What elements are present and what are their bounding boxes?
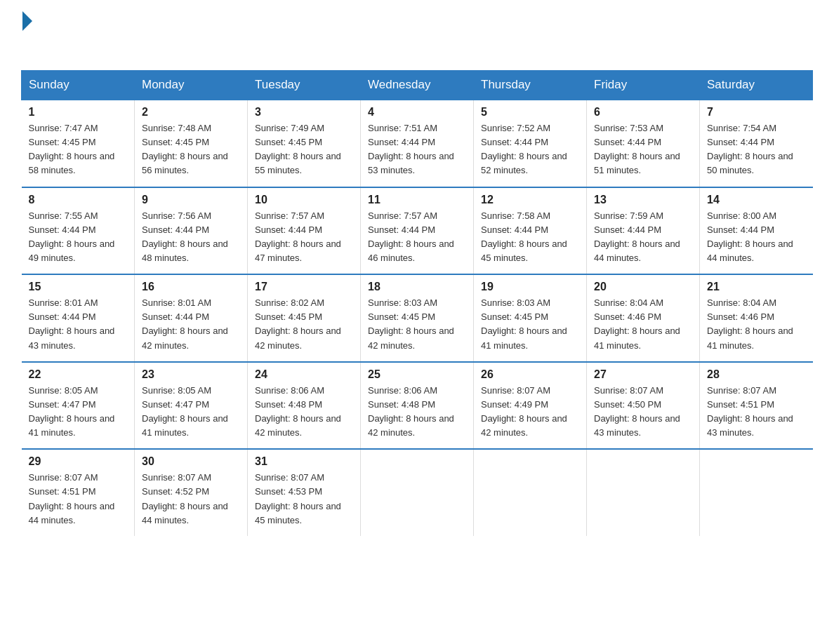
day-info: Sunrise: 7:57 AMSunset: 4:44 PMDaylight:… (368, 209, 466, 266)
day-info: Sunrise: 8:06 AMSunset: 4:48 PMDaylight:… (368, 384, 466, 441)
day-cell: 1 Sunrise: 7:47 AMSunset: 4:45 PMDayligh… (22, 100, 135, 187)
day-cell: 12 Sunrise: 7:58 AMSunset: 4:44 PMDaylig… (474, 187, 587, 275)
day-number: 31 (255, 455, 353, 468)
day-info: Sunrise: 8:01 AMSunset: 4:44 PMDaylight:… (142, 296, 240, 353)
day-number: 22 (29, 368, 128, 381)
day-cell: 23 Sunrise: 8:05 AMSunset: 4:47 PMDaylig… (135, 362, 248, 450)
day-info: Sunrise: 7:53 AMSunset: 4:44 PMDaylight:… (594, 121, 692, 178)
day-number: 28 (707, 368, 806, 381)
day-info: Sunrise: 8:04 AMSunset: 4:46 PMDaylight:… (594, 296, 692, 353)
day-cell: 6 Sunrise: 7:53 AMSunset: 4:44 PMDayligh… (587, 100, 700, 187)
day-cell: 5 Sunrise: 7:52 AMSunset: 4:44 PMDayligh… (474, 100, 587, 187)
day-cell: 2 Sunrise: 7:48 AMSunset: 4:45 PMDayligh… (135, 100, 248, 187)
day-info: Sunrise: 7:48 AMSunset: 4:45 PMDaylight:… (142, 121, 240, 178)
day-number: 27 (594, 368, 692, 381)
day-info: Sunrise: 8:07 AMSunset: 4:50 PMDaylight:… (594, 384, 692, 441)
day-cell: 25 Sunrise: 8:06 AMSunset: 4:48 PMDaylig… (361, 362, 474, 450)
day-info: Sunrise: 8:07 AMSunset: 4:51 PMDaylight:… (29, 471, 128, 528)
week-row-4: 22 Sunrise: 8:05 AMSunset: 4:47 PMDaylig… (22, 362, 813, 450)
day-info: Sunrise: 7:54 AMSunset: 4:44 PMDaylight:… (707, 121, 806, 178)
day-info: Sunrise: 7:51 AMSunset: 4:44 PMDaylight:… (368, 121, 466, 178)
day-info: Sunrise: 8:02 AMSunset: 4:45 PMDaylight:… (255, 296, 353, 353)
day-info: Sunrise: 8:05 AMSunset: 4:47 PMDaylight:… (142, 384, 240, 441)
day-info: Sunrise: 8:04 AMSunset: 4:46 PMDaylight:… (707, 296, 806, 353)
logo-arrow-icon (22, 11, 32, 31)
day-number: 29 (29, 455, 128, 468)
day-cell: 17 Sunrise: 8:02 AMSunset: 4:45 PMDaylig… (248, 274, 361, 362)
header-cell-thursday: Thursday (474, 71, 587, 100)
logo (21, 14, 32, 56)
day-cell (361, 449, 474, 536)
day-cell: 9 Sunrise: 7:56 AMSunset: 4:44 PMDayligh… (135, 187, 248, 275)
day-info: Sunrise: 8:01 AMSunset: 4:44 PMDaylight:… (29, 296, 128, 353)
day-info: Sunrise: 7:59 AMSunset: 4:44 PMDaylight:… (594, 209, 692, 266)
day-number: 5 (481, 106, 579, 119)
day-cell: 30 Sunrise: 8:07 AMSunset: 4:52 PMDaylig… (135, 449, 248, 536)
day-cell: 20 Sunrise: 8:04 AMSunset: 4:46 PMDaylig… (587, 274, 700, 362)
day-cell: 3 Sunrise: 7:49 AMSunset: 4:45 PMDayligh… (248, 100, 361, 187)
week-row-3: 15 Sunrise: 8:01 AMSunset: 4:44 PMDaylig… (22, 274, 813, 362)
day-number: 11 (368, 194, 466, 206)
day-info: Sunrise: 8:07 AMSunset: 4:51 PMDaylight:… (707, 384, 806, 441)
day-info: Sunrise: 8:05 AMSunset: 4:47 PMDaylight:… (29, 384, 128, 441)
day-number: 1 (29, 106, 128, 119)
day-number: 9 (142, 194, 240, 206)
day-cell: 22 Sunrise: 8:05 AMSunset: 4:47 PMDaylig… (22, 362, 135, 450)
day-info: Sunrise: 7:58 AMSunset: 4:44 PMDaylight:… (481, 209, 579, 266)
day-cell: 26 Sunrise: 8:07 AMSunset: 4:49 PMDaylig… (474, 362, 587, 450)
day-number: 23 (142, 368, 240, 381)
day-cell: 21 Sunrise: 8:04 AMSunset: 4:46 PMDaylig… (700, 274, 813, 362)
header-cell-tuesday: Tuesday (248, 71, 361, 100)
day-cell: 4 Sunrise: 7:51 AMSunset: 4:44 PMDayligh… (361, 100, 474, 187)
day-number: 15 (29, 281, 128, 293)
day-cell: 16 Sunrise: 8:01 AMSunset: 4:44 PMDaylig… (135, 274, 248, 362)
day-info: Sunrise: 7:56 AMSunset: 4:44 PMDaylight:… (142, 209, 240, 266)
day-cell: 31 Sunrise: 8:07 AMSunset: 4:53 PMDaylig… (248, 449, 361, 536)
day-info: Sunrise: 7:57 AMSunset: 4:44 PMDaylight:… (255, 209, 353, 266)
day-number: 6 (594, 106, 692, 119)
day-number: 4 (368, 106, 466, 119)
day-cell: 11 Sunrise: 7:57 AMSunset: 4:44 PMDaylig… (361, 187, 474, 275)
day-info: Sunrise: 8:03 AMSunset: 4:45 PMDaylight:… (368, 296, 466, 353)
day-cell: 18 Sunrise: 8:03 AMSunset: 4:45 PMDaylig… (361, 274, 474, 362)
day-cell: 7 Sunrise: 7:54 AMSunset: 4:44 PMDayligh… (700, 100, 813, 187)
week-row-1: 1 Sunrise: 7:47 AMSunset: 4:45 PMDayligh… (22, 100, 813, 187)
day-number: 25 (368, 368, 466, 381)
day-number: 17 (255, 281, 353, 293)
day-number: 3 (255, 106, 353, 119)
header-cell-sunday: Sunday (22, 71, 135, 100)
day-cell (474, 449, 587, 536)
header-cell-friday: Friday (587, 71, 700, 100)
header-cell-wednesday: Wednesday (361, 71, 474, 100)
page-header (21, 14, 813, 56)
day-cell: 24 Sunrise: 8:06 AMSunset: 4:48 PMDaylig… (248, 362, 361, 450)
week-row-2: 8 Sunrise: 7:55 AMSunset: 4:44 PMDayligh… (22, 187, 813, 275)
day-cell: 15 Sunrise: 8:01 AMSunset: 4:44 PMDaylig… (22, 274, 135, 362)
calendar-body: 1 Sunrise: 7:47 AMSunset: 4:45 PMDayligh… (22, 100, 813, 536)
day-number: 21 (707, 281, 806, 293)
day-cell (587, 449, 700, 536)
day-info: Sunrise: 7:49 AMSunset: 4:45 PMDaylight:… (255, 121, 353, 178)
day-info: Sunrise: 8:03 AMSunset: 4:45 PMDaylight:… (481, 296, 579, 353)
day-number: 14 (707, 194, 806, 206)
day-cell: 27 Sunrise: 8:07 AMSunset: 4:50 PMDaylig… (587, 362, 700, 450)
calendar-header-row: SundayMondayTuesdayWednesdayThursdayFrid… (22, 71, 813, 100)
day-cell: 10 Sunrise: 7:57 AMSunset: 4:44 PMDaylig… (248, 187, 361, 275)
day-number: 13 (594, 194, 692, 206)
day-info: Sunrise: 8:07 AMSunset: 4:49 PMDaylight:… (481, 384, 579, 441)
day-cell: 19 Sunrise: 8:03 AMSunset: 4:45 PMDaylig… (474, 274, 587, 362)
day-number: 8 (29, 194, 128, 206)
day-cell: 29 Sunrise: 8:07 AMSunset: 4:51 PMDaylig… (22, 449, 135, 536)
day-cell: 14 Sunrise: 8:00 AMSunset: 4:44 PMDaylig… (700, 187, 813, 275)
day-number: 16 (142, 281, 240, 293)
day-number: 30 (142, 455, 240, 468)
day-info: Sunrise: 7:52 AMSunset: 4:44 PMDaylight:… (481, 121, 579, 178)
day-cell (700, 449, 813, 536)
day-number: 19 (481, 281, 579, 293)
day-number: 20 (594, 281, 692, 293)
day-number: 7 (707, 106, 806, 119)
day-number: 24 (255, 368, 353, 381)
day-cell: 8 Sunrise: 7:55 AMSunset: 4:44 PMDayligh… (22, 187, 135, 275)
day-number: 10 (255, 194, 353, 206)
header-cell-saturday: Saturday (700, 71, 813, 100)
